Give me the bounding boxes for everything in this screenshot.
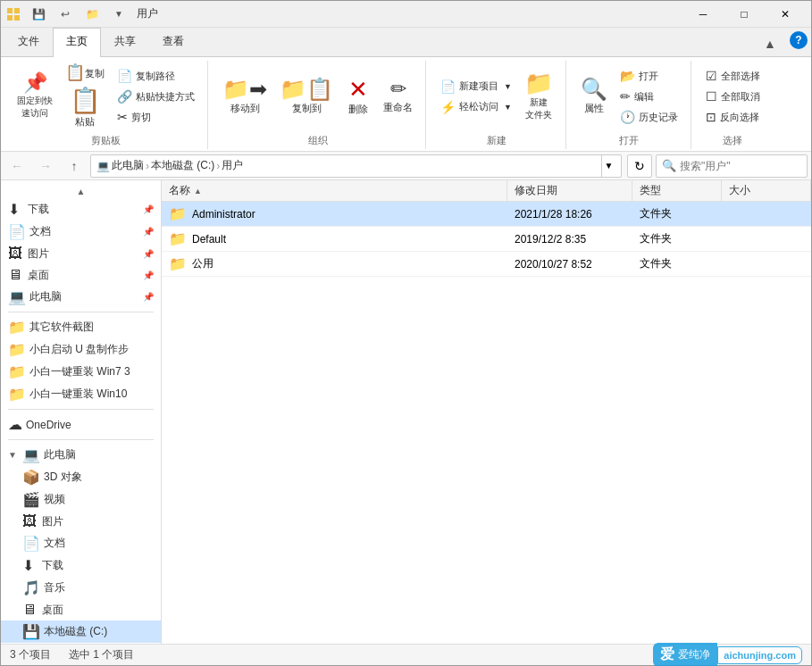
watermark-box: 爱 爱纯净 [653, 643, 717, 666]
sidebar-item-3d[interactable]: 📦 3D 对象 [1, 466, 161, 488]
maximize-button[interactable]: □ [724, 1, 765, 28]
sidebar-item-folder1[interactable]: 📁 其它软件截图 [1, 316, 161, 338]
col-header-name[interactable]: 名称 ▲ [162, 180, 507, 201]
sidebar-desk-label: 桌面 [42, 603, 63, 618]
edit-button[interactable]: ✏ 编辑 [615, 87, 683, 106]
help-button[interactable]: ? [790, 31, 808, 49]
sidebar-item-downloads[interactable]: ⬇ 下载 📌 [1, 198, 161, 221]
sidebar-item-onedrive[interactable]: ☁ OneDrive [1, 413, 161, 436]
breadcrumb-item-c[interactable]: 本地磁盘 (C:) [151, 158, 214, 173]
new-folder-button[interactable]: 📁 新建文件夹 [519, 68, 558, 125]
table-row[interactable]: 📁 Administrator 2021/1/28 18:26 文件夹 [162, 202, 811, 227]
move-to-button[interactable]: 📁➡ 移动到 [217, 75, 272, 119]
tab-file[interactable]: 文件 [4, 28, 53, 57]
sidebar-scroll-up[interactable]: ▲ [1, 184, 161, 198]
sidebar-item-thispc[interactable]: 💻 此电脑 📌 [1, 286, 161, 308]
search-icon: 🔍 [662, 159, 676, 172]
table-row[interactable]: 📁 公用 2020/10/27 8:52 文件夹 [162, 252, 811, 277]
copy-to-label: 复制到 [292, 102, 322, 115]
copy-path-icon: 📄 [117, 69, 132, 83]
sidebar-item-documents[interactable]: 📄 文档 📌 [1, 221, 161, 243]
sidebar-item-desk[interactable]: 🖥 桌面 [1, 599, 161, 620]
new-group-label: 新建 [487, 132, 506, 149]
pin-quick-access-button[interactable]: 📌 固定到快速访问 [12, 70, 58, 123]
file-cell-date-2: 2020/10/27 8:52 [507, 252, 632, 276]
invert-select-button[interactable]: ⊡ 反向选择 [700, 107, 766, 127]
breadcrumb-dropdown[interactable]: ▼ [601, 154, 615, 178]
sidebar-item-desktop[interactable]: 🖥 桌面 📌 [1, 264, 161, 286]
folder3-icon: 📁 [8, 363, 26, 380]
clipboard-group-label: 剪贴板 [91, 132, 121, 149]
sidebar-c-drive-label: 本地磁盘 (C:) [44, 624, 107, 639]
sidebar-item-folder3[interactable]: 📁 小白一键重装 Win7 3 [1, 361, 161, 383]
copy-to-button[interactable]: 📁📋 复制到 [274, 75, 339, 119]
sidebar-item-documents-label: 文档 [29, 224, 51, 239]
up-button[interactable]: ↑ [62, 154, 87, 179]
col-header-size[interactable]: 大小 [722, 180, 811, 201]
refresh-button[interactable]: ↻ [627, 154, 652, 178]
sidebar-item-folder3-label: 小白一键重装 Win7 3 [29, 364, 130, 379]
sidebar-item-c-drive[interactable]: 💾 本地磁盘 (C:) [1, 620, 161, 643]
sidebar-item-folder4[interactable]: 📁 小白一键重装 Win10 [1, 383, 161, 405]
sidebar-item-docs[interactable]: 📄 文档 [1, 532, 161, 554]
col-header-date[interactable]: 修改日期 [507, 180, 632, 201]
quick-access-dropdown[interactable]: ▼ [106, 2, 131, 27]
sidebar-item-pictures[interactable]: 🖼 图片 📌 [1, 243, 161, 264]
ribbon-collapse[interactable]: ▲ [758, 31, 783, 56]
window-icon [6, 7, 21, 21]
sidebar-item-pics[interactable]: 🖼 图片 [1, 511, 161, 532]
copy-button[interactable]: 📋 复制 [60, 61, 110, 84]
history-button[interactable]: 🕐 历史记录 [615, 107, 683, 127]
paste-button[interactable]: 📋 粘贴 [60, 85, 110, 132]
sidebar-music-label: 音乐 [44, 580, 65, 595]
quick-access-save[interactable]: 💾 [26, 2, 51, 27]
properties-icon: 🔍 [581, 79, 607, 100]
back-button[interactable]: ← [4, 154, 29, 179]
close-button[interactable]: ✕ [765, 1, 806, 28]
delete-button[interactable]: ✕ 删除 [340, 74, 376, 120]
tab-home[interactable]: 主页 [53, 28, 101, 57]
easy-access-button[interactable]: ⚡ 轻松访问 ▼ [435, 97, 517, 117]
open-button[interactable]: 📂 打开 [615, 66, 683, 86]
sidebar-item-video[interactable]: 🎬 视频 [1, 488, 161, 511]
tab-share[interactable]: 共享 [101, 28, 149, 57]
minimize-button[interactable]: ─ [682, 1, 724, 28]
search-input[interactable] [680, 160, 787, 172]
paste-shortcut-button[interactable]: 🔗 粘贴快捷方式 [112, 87, 200, 106]
breadcrumb-pc-icon: 💻 [96, 160, 110, 172]
forward-button[interactable]: → [33, 154, 58, 179]
copy-path-button[interactable]: 📄 复制路径 [112, 66, 200, 86]
search-box[interactable]: 🔍 [656, 154, 808, 178]
open-label: 打开 [639, 70, 658, 83]
history-icon: 🕐 [620, 110, 635, 124]
sidebar-item-folder2[interactable]: 📁 小白启动 U 盘制作步 [1, 338, 161, 361]
paste-icon: 📋 [70, 88, 101, 113]
breadcrumb-item-users[interactable]: 用户 [222, 158, 243, 173]
breadcrumb[interactable]: 💻 此电脑 › 本地磁盘 (C:) › 用户 ▼ [90, 154, 622, 178]
table-row[interactable]: 📁 Default 2019/12/2 8:35 文件夹 [162, 227, 811, 252]
tab-view[interactable]: 查看 [149, 28, 197, 57]
sidebar-item-dl[interactable]: ⬇ 下载 [1, 554, 161, 577]
this-pc-icon: 💻 [22, 446, 40, 463]
sidebar-item-this-pc[interactable]: ▼ 💻 此电脑 [1, 444, 161, 466]
sidebar-pics-label: 图片 [42, 514, 63, 529]
sidebar-item-d-drive[interactable]: 💾 软件 (D:) [1, 643, 161, 644]
properties-button[interactable]: 🔍 属性 [575, 75, 613, 119]
cut-button[interactable]: ✂ 剪切 [112, 107, 200, 127]
copy-to-icon: 📁📋 [280, 79, 333, 100]
select-none-button[interactable]: ☐ 全部取消 [700, 87, 766, 106]
sidebar-video-label: 视频 [44, 492, 65, 507]
quick-access-undo[interactable]: ↩ [53, 2, 78, 27]
history-label: 历史记录 [639, 111, 678, 124]
rename-button[interactable]: ✏ 重命名 [378, 76, 418, 118]
sidebar-item-music[interactable]: 🎵 音乐 [1, 577, 161, 599]
delete-label: 删除 [348, 103, 368, 116]
quick-access-folder[interactable]: 📁 [80, 2, 105, 27]
new-item-button[interactable]: 📄 新建项目 ▼ [435, 77, 517, 96]
cut-label: 剪切 [131, 111, 151, 124]
desktop-icon: 🖥 [8, 267, 24, 283]
select-all-button[interactable]: ☑ 全部选择 [700, 66, 766, 86]
breadcrumb-item-pc[interactable]: 此电脑 [112, 158, 144, 173]
desk-icon: 🖥 [22, 602, 38, 618]
col-header-type[interactable]: 类型 [632, 180, 722, 201]
